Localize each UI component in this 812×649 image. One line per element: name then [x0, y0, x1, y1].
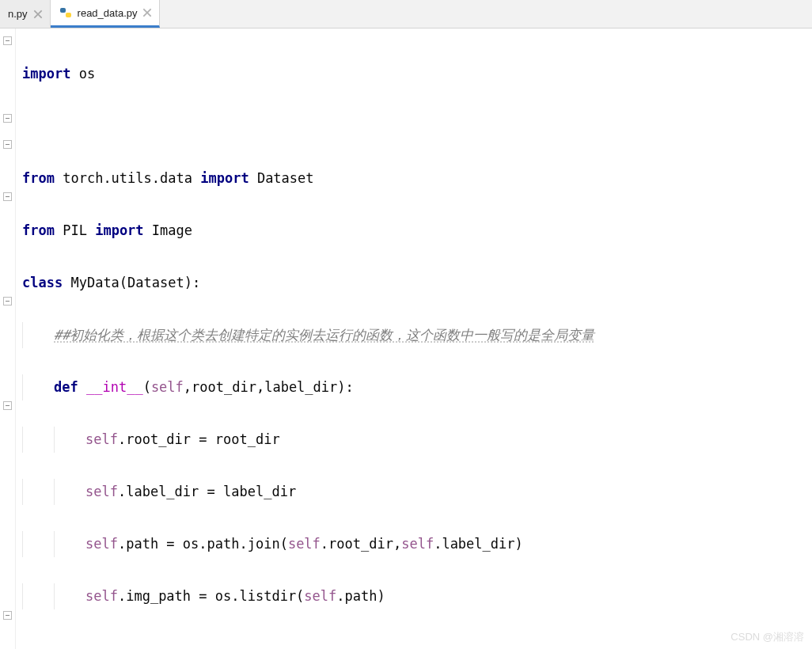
code-line: from PIL import Image [22, 218, 812, 244]
code-line: def __int__(self,root_dir,label_dir): [22, 374, 812, 400]
svg-rect-0 [60, 8, 66, 13]
close-icon[interactable] [32, 9, 44, 20]
python-file-icon [59, 6, 73, 20]
watermark: CSDN @湘溶溶 [730, 630, 804, 644]
code-line: self.label_dir = label_dir [22, 479, 812, 505]
fold-marker-icon[interactable] [3, 401, 12, 410]
close-icon[interactable] [142, 7, 153, 18]
fold-marker-icon[interactable] [3, 36, 12, 45]
fold-marker-icon[interactable] [3, 140, 12, 149]
fold-marker-icon[interactable] [3, 611, 12, 620]
code-line: class MyData(Dataset): [22, 270, 812, 296]
tab-label: read_data.py [78, 7, 138, 19]
fold-marker-icon[interactable] [3, 192, 12, 201]
code-line [22, 113, 812, 139]
code-line: self.root_dir = root_dir [22, 427, 812, 453]
code-line: self.img_path = os.listdir(self.path) [22, 583, 812, 609]
fold-marker-icon[interactable] [3, 297, 12, 306]
gutter [0, 28, 16, 649]
code-line [22, 636, 812, 649]
tab-file-1[interactable]: n.py [0, 0, 51, 28]
code-line: ##初始化类，根据这个类去创建特定的实例去运行的函数，这个函数中一般写的是全局变… [22, 322, 812, 348]
tab-label: n.py [8, 8, 28, 20]
code-line: from torch.utils.data import Dataset [22, 165, 812, 192]
svg-rect-1 [66, 13, 71, 17]
code-line: self.path = os.path.join(self.root_dir,s… [22, 531, 812, 557]
tab-bar: n.py read_data.py [0, 0, 812, 28]
code-line: import os [22, 61, 812, 87]
code-area[interactable]: import os from torch.utils.data import D… [16, 28, 812, 649]
code-editor[interactable]: import os from torch.utils.data import D… [0, 28, 812, 649]
fold-marker-icon[interactable] [3, 114, 12, 123]
tab-file-2[interactable]: read_data.py [51, 0, 161, 28]
